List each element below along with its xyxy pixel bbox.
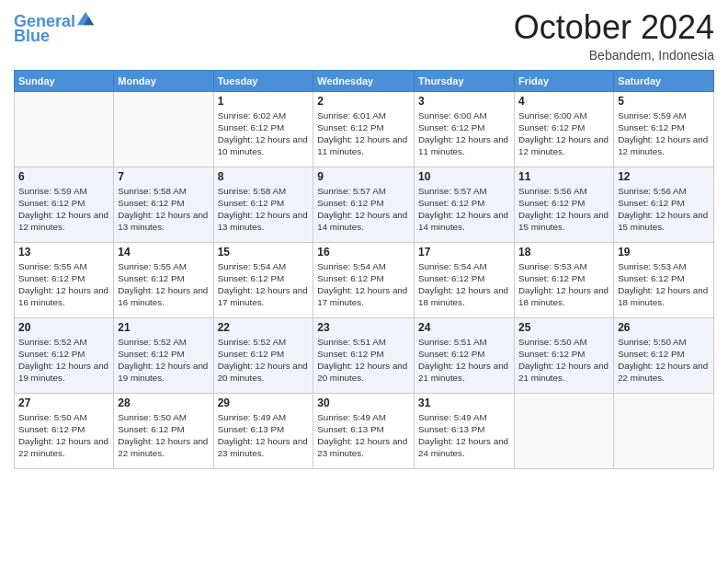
day-info: Sunrise: 5:51 AM Sunset: 6:12 PM Dayligh… [317,336,410,385]
calendar-cell: 16Sunrise: 5:54 AM Sunset: 6:12 PM Dayli… [313,242,415,317]
calendar-cell: 7Sunrise: 5:58 AM Sunset: 6:12 PM Daylig… [114,167,213,242]
calendar-cell: 25Sunrise: 5:50 AM Sunset: 6:12 PM Dayli… [515,317,614,393]
day-info: Sunrise: 5:52 AM Sunset: 6:12 PM Dayligh… [18,336,109,385]
calendar-week-row: 1Sunrise: 6:02 AM Sunset: 6:12 PM Daylig… [15,91,714,167]
day-number: 3 [418,95,510,108]
day-number: 15 [218,246,310,259]
day-info: Sunrise: 5:55 AM Sunset: 6:12 PM Dayligh… [118,260,209,309]
calendar-cell: 26Sunrise: 5:50 AM Sunset: 6:12 PM Dayli… [614,317,714,393]
calendar-week-row: 6Sunrise: 5:59 AM Sunset: 6:12 PM Daylig… [15,167,714,242]
calendar-cell [15,91,114,167]
day-number: 11 [518,170,609,183]
day-number: 27 [18,396,109,409]
calendar-cell: 6Sunrise: 5:59 AM Sunset: 6:12 PM Daylig… [15,167,114,242]
calendar-cell: 1Sunrise: 6:02 AM Sunset: 6:12 PM Daylig… [213,91,313,167]
day-number: 21 [118,321,209,334]
day-info: Sunrise: 5:50 AM Sunset: 6:12 PM Dayligh… [118,411,209,460]
day-number: 31 [418,396,510,409]
day-info: Sunrise: 5:56 AM Sunset: 6:12 PM Dayligh… [518,185,609,234]
col-thursday: Thursday [415,70,515,91]
day-info: Sunrise: 5:59 AM Sunset: 6:12 PM Dayligh… [618,109,710,158]
calendar-week-row: 27Sunrise: 5:50 AM Sunset: 6:12 PM Dayli… [15,393,714,468]
day-number: 1 [218,95,310,108]
day-info: Sunrise: 5:59 AM Sunset: 6:12 PM Dayligh… [18,185,109,234]
day-number: 26 [618,321,710,334]
header: General Blue October 2024 Bebandem, Indo… [14,9,714,63]
day-number: 30 [317,396,410,409]
calendar-cell: 5Sunrise: 5:59 AM Sunset: 6:12 PM Daylig… [614,91,714,167]
day-number: 14 [118,246,209,259]
calendar-cell: 23Sunrise: 5:51 AM Sunset: 6:12 PM Dayli… [313,317,415,393]
calendar-cell: 28Sunrise: 5:50 AM Sunset: 6:12 PM Dayli… [114,393,213,468]
day-number: 9 [317,170,410,183]
calendar-cell: 14Sunrise: 5:55 AM Sunset: 6:12 PM Dayli… [114,242,213,317]
day-number: 10 [418,170,510,183]
calendar-cell: 31Sunrise: 5:49 AM Sunset: 6:13 PM Dayli… [415,393,515,468]
day-info: Sunrise: 5:49 AM Sunset: 6:13 PM Dayligh… [418,411,510,460]
calendar-cell: 12Sunrise: 5:56 AM Sunset: 6:12 PM Dayli… [614,167,714,242]
calendar-cell: 10Sunrise: 5:57 AM Sunset: 6:12 PM Dayli… [415,167,515,242]
calendar-cell: 4Sunrise: 6:00 AM Sunset: 6:12 PM Daylig… [515,91,614,167]
col-sunday: Sunday [15,70,114,91]
day-number: 4 [518,95,609,108]
calendar-cell: 17Sunrise: 5:54 AM Sunset: 6:12 PM Dayli… [415,242,515,317]
day-info: Sunrise: 5:56 AM Sunset: 6:12 PM Dayligh… [618,185,710,234]
col-wednesday: Wednesday [313,70,415,91]
calendar-cell: 29Sunrise: 5:49 AM Sunset: 6:13 PM Dayli… [213,393,313,468]
logo-icon [77,10,94,27]
day-number: 20 [18,321,109,334]
day-info: Sunrise: 5:49 AM Sunset: 6:13 PM Dayligh… [218,411,310,460]
day-info: Sunrise: 5:51 AM Sunset: 6:12 PM Dayligh… [418,336,510,385]
calendar-cell: 9Sunrise: 5:57 AM Sunset: 6:12 PM Daylig… [313,167,415,242]
calendar-header-row: Sunday Monday Tuesday Wednesday Thursday… [15,70,714,91]
day-number: 8 [218,170,310,183]
day-info: Sunrise: 5:57 AM Sunset: 6:12 PM Dayligh… [418,185,510,234]
day-info: Sunrise: 5:53 AM Sunset: 6:12 PM Dayligh… [518,260,609,309]
day-number: 23 [317,321,410,334]
calendar-table: Sunday Monday Tuesday Wednesday Thursday… [14,70,714,469]
calendar-week-row: 13Sunrise: 5:55 AM Sunset: 6:12 PM Dayli… [15,242,714,317]
day-number: 6 [18,170,109,183]
day-number: 29 [218,396,310,409]
calendar-week-row: 20Sunrise: 5:52 AM Sunset: 6:12 PM Dayli… [15,317,714,393]
col-monday: Monday [114,70,213,91]
calendar-cell: 15Sunrise: 5:54 AM Sunset: 6:12 PM Dayli… [213,242,313,317]
day-info: Sunrise: 6:00 AM Sunset: 6:12 PM Dayligh… [518,109,609,158]
day-number: 13 [18,246,109,259]
calendar-cell: 21Sunrise: 5:52 AM Sunset: 6:12 PM Dayli… [114,317,213,393]
day-number: 2 [317,95,410,108]
day-info: Sunrise: 5:54 AM Sunset: 6:12 PM Dayligh… [317,260,410,309]
day-info: Sunrise: 6:00 AM Sunset: 6:12 PM Dayligh… [418,109,510,158]
day-number: 18 [518,246,609,259]
day-number: 16 [317,246,410,259]
calendar-cell: 2Sunrise: 6:01 AM Sunset: 6:12 PM Daylig… [313,91,415,167]
day-info: Sunrise: 5:49 AM Sunset: 6:13 PM Dayligh… [317,411,410,460]
day-number: 17 [418,246,510,259]
calendar-cell: 27Sunrise: 5:50 AM Sunset: 6:12 PM Dayli… [15,393,114,468]
title-block: October 2024 Bebandem, Indonesia [514,9,714,63]
calendar-cell: 24Sunrise: 5:51 AM Sunset: 6:12 PM Dayli… [415,317,515,393]
day-info: Sunrise: 5:54 AM Sunset: 6:12 PM Dayligh… [218,260,310,309]
day-info: Sunrise: 5:57 AM Sunset: 6:12 PM Dayligh… [317,185,410,234]
day-info: Sunrise: 5:58 AM Sunset: 6:12 PM Dayligh… [218,185,310,234]
day-info: Sunrise: 5:50 AM Sunset: 6:12 PM Dayligh… [18,411,109,460]
calendar-cell [114,91,213,167]
logo: General Blue [14,13,94,46]
calendar-cell: 3Sunrise: 6:00 AM Sunset: 6:12 PM Daylig… [415,91,515,167]
day-info: Sunrise: 6:02 AM Sunset: 6:12 PM Dayligh… [218,109,310,158]
day-info: Sunrise: 5:55 AM Sunset: 6:12 PM Dayligh… [18,260,109,309]
calendar-cell: 20Sunrise: 5:52 AM Sunset: 6:12 PM Dayli… [15,317,114,393]
day-info: Sunrise: 5:50 AM Sunset: 6:12 PM Dayligh… [618,336,710,385]
calendar-cell: 11Sunrise: 5:56 AM Sunset: 6:12 PM Dayli… [515,167,614,242]
day-number: 22 [218,321,310,334]
day-info: Sunrise: 5:52 AM Sunset: 6:12 PM Dayligh… [218,336,310,385]
day-number: 7 [118,170,209,183]
col-friday: Friday [515,70,614,91]
day-number: 5 [618,95,710,108]
day-number: 24 [418,321,510,334]
day-info: Sunrise: 5:52 AM Sunset: 6:12 PM Dayligh… [118,336,209,385]
day-info: Sunrise: 5:58 AM Sunset: 6:12 PM Dayligh… [118,185,209,234]
day-number: 25 [518,321,609,334]
day-number: 19 [618,246,710,259]
calendar-cell: 22Sunrise: 5:52 AM Sunset: 6:12 PM Dayli… [213,317,313,393]
